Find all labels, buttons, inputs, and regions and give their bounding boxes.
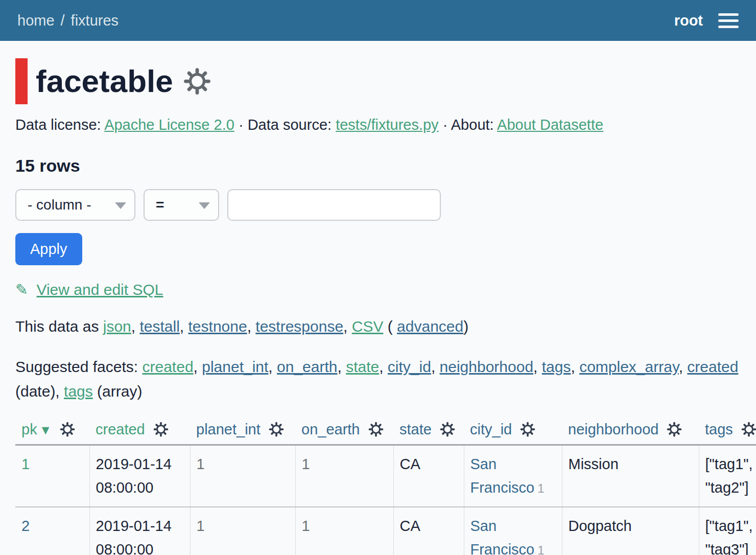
facet-link-neighborhood[interactable]: neighborhood [440, 358, 534, 375]
facet-link-created[interactable]: created [143, 358, 194, 375]
cell-created: 2019-01-14 08:00:00 [89, 445, 190, 506]
table-row: 2 2019-01-14 08:00:00 1 1 CA San Francis… [15, 507, 756, 555]
row-count: 15 rows [15, 156, 741, 176]
facets-prefix: Suggested facets: [15, 358, 143, 375]
cell-state: CA [393, 507, 464, 555]
column-gear-icon[interactable] [741, 422, 756, 437]
license-link[interactable]: Apache License 2.0 [104, 117, 234, 133]
facet-link-tags[interactable]: tags [542, 358, 571, 375]
operator-select[interactable]: = [144, 189, 219, 221]
pencil-icon: ✎ [15, 281, 28, 298]
facet-count: 1 [537, 543, 544, 555]
sort-planet-int-link[interactable]: planet_int [196, 421, 261, 437]
cell-city-id: San Francisco1 [464, 507, 562, 555]
breadcrumb-separator: / [61, 12, 65, 29]
export-link-testall[interactable]: testall [139, 318, 179, 335]
export-prefix: This data as [15, 318, 103, 335]
filter-row: - column - = [15, 189, 741, 221]
column-header-pk: pk▼ [15, 417, 89, 445]
suggested-facets: Suggested facets: created, planet_int, o… [15, 355, 741, 404]
main-content: facetable Data license: Apache License 2… [0, 58, 756, 555]
export-link-testresponse[interactable]: testresponse [255, 318, 343, 335]
row-pk-link[interactable]: 2 [21, 518, 30, 534]
column-select[interactable]: - column - [15, 189, 135, 221]
column-gear-icon[interactable] [667, 422, 682, 437]
user-menu-root[interactable]: root [674, 12, 703, 29]
breadcrumb-home-link[interactable]: home [17, 12, 55, 29]
column-gear-icon[interactable] [153, 422, 169, 437]
sort-state-link[interactable]: state [399, 421, 432, 437]
sort-desc-icon: ▼ [39, 423, 52, 437]
cell-tags: ["tag1", "tag2"] [699, 445, 756, 506]
column-header-neighborhood: neighborhood [562, 417, 699, 445]
facet-link-created-date[interactable]: created [687, 358, 738, 375]
view-edit-sql-link[interactable]: View and edit SQL [36, 281, 163, 298]
table-header-row: pk▼ created planet_int on_earth state [15, 417, 756, 445]
hamburger-menu-icon[interactable] [718, 13, 739, 28]
facet-count: 1 [537, 481, 544, 495]
breadcrumb: home / fixtures [17, 12, 119, 29]
cell-on-earth: 1 [295, 507, 393, 555]
page-title: facetable [15, 58, 173, 104]
column-gear-icon[interactable] [520, 422, 535, 437]
sql-line: ✎ View and edit SQL [15, 281, 741, 298]
sort-created-link[interactable]: created [96, 421, 145, 437]
cell-city-id: San Francisco1 [464, 445, 562, 506]
export-link-json[interactable]: json [103, 318, 131, 335]
column-gear-icon[interactable] [440, 422, 455, 437]
cell-planet-int: 1 [190, 445, 295, 506]
metadata-line: Data license: Apache License 2.0 · Data … [15, 117, 741, 133]
table-settings-gear-icon[interactable] [183, 67, 211, 95]
sort-city-id-link[interactable]: city_id [470, 421, 512, 437]
cell-state: CA [393, 445, 464, 506]
sort-neighborhood-link[interactable]: neighborhood [568, 421, 658, 437]
cell-on-earth: 1 [295, 445, 393, 506]
column-header-tags: tags [699, 417, 756, 445]
facet-link-city-id[interactable]: city_id [388, 358, 431, 375]
column-gear-icon[interactable] [269, 422, 284, 437]
city-link[interactable]: San Francisco [470, 518, 535, 555]
breadcrumb-fixtures-link[interactable]: fixtures [71, 12, 119, 29]
sort-pk-link[interactable]: pk [21, 421, 37, 437]
filter-value-input[interactable] [227, 189, 441, 221]
facet-link-planet-int[interactable]: planet_int [202, 358, 268, 375]
export-links: This data as json, testall, testnone, te… [15, 318, 741, 335]
apply-button[interactable]: Apply [15, 233, 82, 265]
cell-planet-int: 1 [190, 507, 295, 555]
facet-link-tags-array[interactable]: tags [64, 383, 93, 400]
city-link[interactable]: San Francisco [470, 456, 535, 496]
column-header-created: created [89, 417, 190, 445]
table-row: 1 2019-01-14 08:00:00 1 1 CA San Francis… [15, 445, 756, 506]
column-gear-icon[interactable] [368, 422, 384, 437]
source-label: Data source: [248, 117, 332, 133]
facet-link-state[interactable]: state [346, 358, 379, 375]
row-pk-link[interactable]: 1 [21, 456, 30, 472]
cell-neighborhood: Dogpatch [562, 507, 699, 555]
about-link[interactable]: About Datasette [497, 117, 603, 133]
source-link[interactable]: tests/fixtures.py [336, 117, 438, 133]
about-label: About: [451, 117, 494, 133]
chevron-down-icon [199, 202, 210, 209]
column-header-on-earth: on_earth [295, 417, 393, 445]
cell-created: 2019-01-14 08:00:00 [89, 507, 190, 555]
export-link-csv[interactable]: CSV [352, 318, 384, 335]
column-gear-icon[interactable] [60, 422, 75, 437]
results-table: pk▼ created planet_int on_earth state [15, 417, 756, 555]
column-header-state: state [393, 417, 464, 445]
export-link-advanced[interactable]: advanced [397, 318, 463, 335]
chevron-down-icon [115, 202, 126, 209]
cell-neighborhood: Mission [562, 445, 699, 506]
license-label: Data license: [15, 117, 101, 133]
column-header-planet-int: planet_int [190, 417, 295, 445]
facet-link-complex-array[interactable]: complex_array [579, 358, 679, 375]
top-nav: home / fixtures root [0, 0, 756, 41]
column-header-city-id: city_id [464, 417, 562, 445]
facet-link-on-earth[interactable]: on_earth [277, 358, 337, 375]
sort-tags-link[interactable]: tags [705, 421, 733, 437]
export-link-testnone[interactable]: testnone [188, 318, 247, 335]
cell-tags: ["tag1", "tag3"] [699, 507, 756, 555]
sort-on-earth-link[interactable]: on_earth [301, 421, 360, 437]
